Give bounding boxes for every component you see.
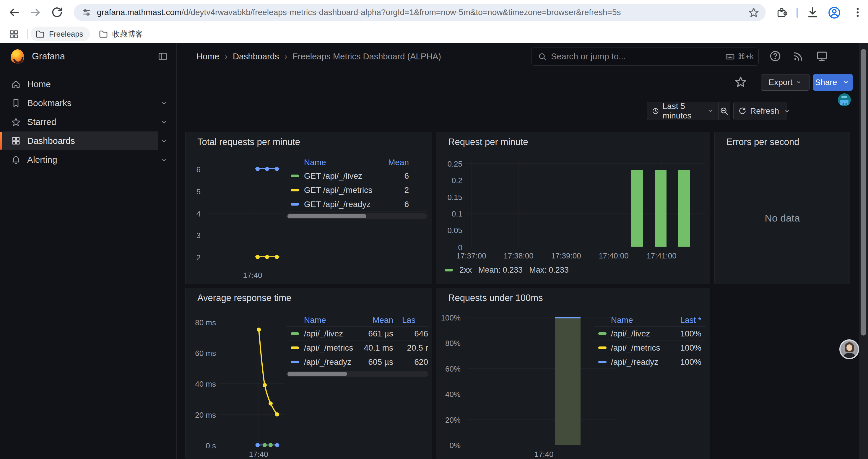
site-settings-icon[interactable]	[81, 7, 92, 18]
grafana-brand: Grafana	[32, 51, 65, 62]
breadcrumb-current: Freeleaps Metrics Dashboard (ALPHA)	[292, 52, 441, 61]
address-bar[interactable]: grafana.mathmast.com/d/deytv4rwavabkb/fr…	[74, 4, 766, 21]
legend-row[interactable]: /api/_/metrics 100%	[594, 341, 706, 355]
search-input[interactable]: Search or jump to... ⌘+k	[531, 47, 759, 66]
no-data-message: No data	[715, 212, 850, 224]
y-tick: 2	[188, 253, 200, 262]
sidebar: Home Bookmarks Starred Dashboards Alerti…	[0, 70, 177, 459]
series-name[interactable]: 2xx	[459, 266, 472, 275]
chevron-down-icon[interactable]	[160, 137, 168, 145]
breadcrumb-home[interactable]: Home	[196, 52, 219, 61]
search-placeholder: Search or jump to...	[551, 52, 725, 61]
legend-row[interactable]: GET /api/_/readyz 6	[286, 197, 427, 211]
breadcrumb-dashboards[interactable]: Dashboards	[233, 52, 279, 61]
profile-icon[interactable]	[828, 6, 840, 19]
legend-header-last[interactable]: Las	[393, 316, 428, 325]
y-tick: 20%	[436, 416, 461, 425]
legend-header: Name Mean Las	[286, 314, 428, 326]
y-tick: 0.2	[436, 176, 462, 185]
share-dropdown-button[interactable]	[839, 74, 852, 91]
actionbar-divider	[754, 75, 754, 89]
zoom-out-button[interactable]	[718, 107, 730, 116]
monitor-icon[interactable]	[816, 50, 828, 62]
series-chip-yellow	[291, 347, 299, 349]
apps-grid-icon[interactable]	[9, 29, 19, 39]
legend-row[interactable]: /api/_/metrics 40.1 ms 20.5 r	[286, 341, 428, 355]
downloads-icon[interactable]	[807, 6, 819, 19]
series-mean: 2	[385, 186, 409, 195]
legend-row[interactable]: GET /api/_/livez 6	[286, 169, 427, 183]
series-chip-blue	[291, 361, 299, 363]
x-tick: 17:40	[244, 450, 273, 459]
panel-avg-response-time[interactable]: Average response time 80 ms 60 ms 40 ms …	[185, 288, 432, 459]
refresh-button[interactable]: Refresh	[734, 102, 784, 120]
browser-menu-icon[interactable]	[851, 6, 864, 19]
legend-row[interactable]: /api/_/livez 661 µs 646	[286, 327, 428, 340]
refresh-interval-dropdown[interactable]	[784, 108, 790, 114]
series-last: 100%	[672, 357, 701, 367]
legend-header-mean[interactable]: Mean	[355, 316, 393, 325]
sidebar-item-starred[interactable]: Starred	[0, 112, 177, 131]
grafana-header: Grafana Home › Dashboards › Freeleaps Me…	[0, 43, 868, 70]
page-scrollbar-thumb[interactable]	[861, 49, 866, 335]
legend-header-name[interactable]: Name	[304, 316, 355, 325]
legend-scrollbar-thumb[interactable]	[287, 214, 366, 218]
legend-header-last[interactable]: Last *	[672, 316, 701, 325]
legend-scrollbar[interactable]	[286, 213, 427, 219]
bookmark-star-icon[interactable]	[748, 7, 759, 18]
y-tick: 3	[188, 231, 200, 240]
sidebar-item-home[interactable]: Home	[0, 75, 177, 94]
bell-icon	[11, 155, 21, 165]
panel-total-requests[interactable]: Total requests per minute 6 5 4 3 2 17:4…	[185, 132, 432, 284]
panel-title: Request per minute	[448, 137, 528, 147]
chevron-down-icon[interactable]	[160, 100, 168, 107]
panel-title: Average response time	[197, 293, 291, 303]
x-tick: 17:37:00	[454, 251, 489, 261]
bar-2xx	[655, 170, 666, 247]
legend-row[interactable]: /api/_/livez 100%	[594, 327, 706, 340]
time-range-picker[interactable]: Last 5 minutes	[647, 102, 718, 120]
panel-request-per-minute[interactable]: Request per minute 0.25 0.2 0.15 0.1 0.0…	[436, 132, 710, 284]
bookmark-folder-freeleaps[interactable]: Freeleaps	[31, 27, 90, 41]
browser-back-icon[interactable]	[8, 6, 20, 19]
time-range-label: Last 5 minutes	[663, 102, 705, 121]
chevron-down-icon[interactable]	[160, 156, 168, 164]
legend-scrollbar[interactable]	[286, 371, 428, 377]
series-mean: 6	[385, 200, 409, 209]
panel-requests-under-100ms[interactable]: Requests under 100ms 100% 80% 60% 40% 20…	[436, 288, 710, 459]
legend-scrollbar-thumb[interactable]	[287, 372, 347, 376]
bookmark-folder-blogs[interactable]: 收藏博客	[94, 27, 148, 41]
legend-header-name[interactable]: Name	[611, 316, 672, 325]
browser-reload-icon[interactable]	[51, 6, 63, 19]
share-button[interactable]: Share	[813, 74, 839, 91]
browser-forward-icon[interactable]	[30, 6, 42, 19]
bookmark-label: 收藏博客	[112, 29, 143, 39]
user-avatar[interactable]	[838, 93, 851, 106]
legend-row[interactable]: /api/_/readyz 605 µs 620	[286, 355, 428, 369]
export-button[interactable]: Export	[761, 74, 809, 91]
extensions-icon[interactable]	[776, 6, 788, 19]
dock-menu-icon[interactable]	[158, 52, 168, 61]
legend-row[interactable]: GET /api/_/metrics 2	[286, 183, 427, 197]
legend-header-name[interactable]: Name	[304, 158, 385, 167]
page-scrollbar[interactable]	[859, 43, 868, 459]
chevron-down-icon[interactable]	[160, 119, 168, 126]
legend-header-mean[interactable]: Mean	[385, 158, 409, 167]
news-rss-icon[interactable]	[793, 50, 804, 62]
series-last: 646	[393, 329, 428, 338]
assistant-avatar[interactable]	[839, 339, 859, 359]
sidebar-item-dashboards[interactable]: Dashboards	[0, 131, 177, 150]
x-tick: 17:40	[238, 271, 267, 280]
sidebar-item-alerting[interactable]: Alerting	[0, 150, 177, 169]
help-icon[interactable]	[769, 50, 781, 62]
grafana-logo-icon[interactable]	[11, 49, 24, 64]
clock-icon	[652, 107, 659, 116]
sidebar-item-bookmarks[interactable]: Bookmarks	[0, 94, 177, 112]
bookmarks-divider	[27, 29, 28, 39]
y-tick: 0.15	[436, 193, 462, 202]
panel-errors-per-second[interactable]: Errors per second No data	[714, 132, 850, 284]
active-item-accent	[0, 132, 2, 150]
favorite-star-icon[interactable]	[735, 76, 747, 88]
x-tick: 17:38:00	[501, 251, 536, 261]
legend-row[interactable]: /api/_/readyz 100%	[594, 355, 706, 369]
